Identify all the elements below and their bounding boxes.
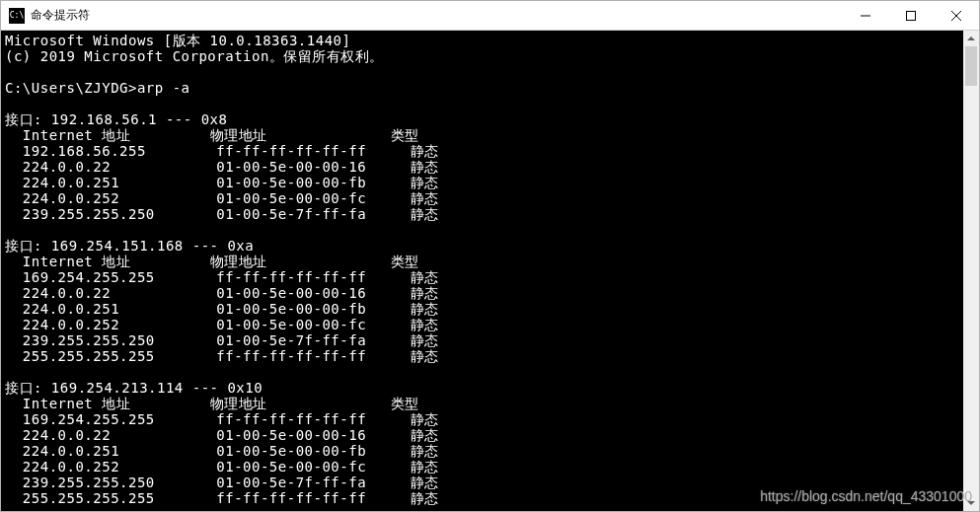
maximize-button[interactable] — [888, 1, 934, 30]
maximize-icon — [906, 11, 916, 21]
close-icon — [951, 11, 961, 21]
window-controls — [843, 1, 979, 30]
minimize-icon — [861, 11, 870, 21]
svg-rect-1 — [907, 11, 916, 20]
titlebar[interactable]: C:\ 命令提示符 — [1, 1, 979, 31]
terminal-output[interactable]: Microsoft Windows [版本 10.0.18363.1440] (… — [1, 31, 963, 511]
scroll-thumb[interactable] — [965, 46, 977, 86]
watermark-text: https://blog.csdn.net/qq_43301000 — [760, 488, 972, 504]
vertical-scrollbar[interactable] — [963, 31, 979, 511]
close-button[interactable] — [934, 1, 979, 30]
app-icon: C:\ — [9, 8, 25, 24]
content-area: Microsoft Windows [版本 10.0.18363.1440] (… — [1, 31, 979, 511]
scroll-up-button[interactable] — [963, 31, 979, 46]
window-title: 命令提示符 — [31, 7, 843, 24]
minimize-button[interactable] — [843, 1, 888, 30]
cmd-window: C:\ 命令提示符 Microsoft Windows [版本 10.0.183… — [0, 0, 980, 512]
